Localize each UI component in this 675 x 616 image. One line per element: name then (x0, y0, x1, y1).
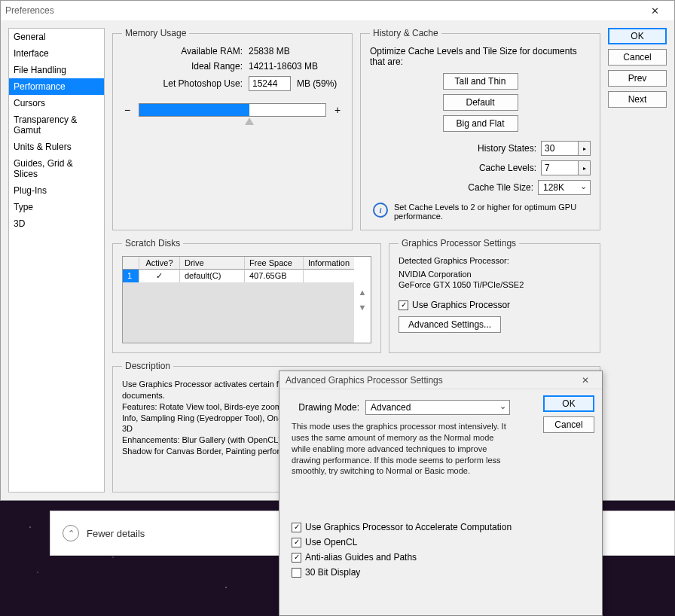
photoshop-use-label: Let Photoshop Use: (122, 78, 243, 89)
big-flat-button[interactable]: Big and Flat (443, 115, 518, 132)
close-icon[interactable]: ✕ (640, 5, 670, 17)
adv-title-bar[interactable]: Advanced Graphics Processor Settings ✕ (279, 371, 602, 389)
adv-close-icon[interactable]: ✕ (575, 375, 596, 386)
next-button[interactable]: Next (608, 91, 667, 108)
opencl-checkbox-row[interactable]: Use OpenCL (292, 537, 590, 547)
slider-increment-icon[interactable]: + (332, 104, 343, 116)
accel-label: Use Graphics Processor to Accelerate Com… (305, 522, 512, 532)
advanced-settings-button[interactable]: Advanced Settings... (399, 316, 501, 333)
row-free: 407.65GB (245, 270, 304, 282)
move-up-icon[interactable]: ▲ (359, 288, 367, 297)
sidebar-item-interface[interactable]: Interface (9, 45, 104, 62)
col-free[interactable]: Free Space (245, 257, 304, 270)
accel-checkbox-row[interactable]: Use Graphics Processor to Accelerate Com… (292, 522, 590, 532)
history-states-label: History States: (461, 143, 536, 154)
sidebar-item-type[interactable]: Type (9, 199, 104, 215)
advanced-gpu-dialog: Advanced Graphics Processor Settings ✕ O… (279, 371, 603, 616)
cache-levels-stepper-icon[interactable]: ▸ (579, 160, 591, 175)
cache-info-text: Set Cache Levels to 2 or higher for opti… (394, 203, 591, 221)
bit30-checkbox[interactable] (292, 568, 301, 578)
detected-gpu-label: Detected Graphics Processor: (399, 256, 591, 265)
aa-checkbox-row[interactable]: Anti-alias Guides and Paths (292, 552, 590, 563)
available-ram-label: Available RAM: (122, 46, 243, 56)
cancel-button[interactable]: Cancel (608, 49, 667, 66)
aa-label: Anti-alias Guides and Paths (305, 552, 417, 563)
col-info[interactable]: Information (304, 257, 354, 270)
dialog-buttons: OK Cancel Prev Next (608, 28, 667, 492)
move-down-icon[interactable]: ▼ (359, 303, 367, 312)
cache-tile-label: Cache Tile Size: (458, 182, 533, 193)
gpu-settings-group: Graphics Processor Settings Detected Gra… (389, 238, 600, 353)
use-gpu-checkbox[interactable] (399, 300, 408, 310)
sidebar-item-guides[interactable]: Guides, Grid & Slices (9, 155, 104, 182)
default-button[interactable]: Default (443, 94, 518, 111)
sidebar-item-units[interactable]: Units & Rulers (9, 139, 104, 155)
sidebar-item-plugins[interactable]: Plug-Ins (9, 182, 104, 199)
window-title: Preferences (5, 5, 640, 16)
chevron-up-icon[interactable]: ⌃ (63, 525, 79, 541)
scratch-table: Active? Drive Free Space Information 1 ✓… (122, 256, 371, 343)
scratch-legend: Scratch Disks (122, 238, 183, 249)
adv-description: This mode uses the graphics processor mo… (292, 421, 510, 477)
cache-levels-label: Cache Levels: (461, 163, 536, 173)
col-active[interactable]: Active? (139, 257, 180, 270)
ideal-range-label: Ideal Range: (122, 61, 243, 72)
info-icon: i (373, 203, 388, 218)
bit30-label: 30 Bit Display (305, 567, 360, 578)
fewer-details-label: Fewer details (87, 528, 145, 539)
photoshop-use-input[interactable] (249, 76, 291, 91)
opencl-checkbox[interactable] (292, 538, 301, 547)
table-empty-area (123, 282, 354, 343)
tall-thin-button[interactable]: Tall and Thin (443, 73, 518, 90)
sidebar-item-file-handling[interactable]: File Handling (9, 62, 104, 78)
table-row[interactable]: 1 ✓ default(C) 407.65GB (123, 270, 354, 282)
cache-tile-value: 128K (543, 182, 564, 193)
memory-slider[interactable] (139, 103, 326, 117)
prev-button[interactable]: Prev (608, 70, 667, 87)
memory-usage-group: Memory Usage Available RAM: 25838 MB Ide… (112, 28, 353, 230)
sidebar-item-3d[interactable]: 3D (9, 215, 104, 232)
slider-decrement-icon[interactable]: − (122, 104, 133, 116)
gpu-vendor: NVIDIA Corporation (399, 270, 591, 279)
use-gpu-label: Use Graphics Processor (412, 300, 510, 310)
col-drive[interactable]: Drive (180, 257, 245, 270)
drawing-mode-label: Drawing Mode: (292, 402, 359, 413)
accel-checkbox[interactable] (292, 523, 301, 532)
slider-fill (139, 104, 249, 116)
cache-levels-input[interactable] (541, 160, 579, 175)
row-index: 1 (123, 270, 139, 282)
history-cache-group: History & Cache Optimize Cache Levels an… (360, 28, 600, 230)
drawing-mode-value: Advanced (371, 402, 411, 413)
history-legend: History & Cache (370, 28, 441, 38)
ideal-range-value: 14211-18603 MB (249, 61, 318, 72)
bit30-checkbox-row[interactable]: 30 Bit Display (292, 567, 590, 578)
photoshop-use-suffix: MB (59%) (297, 78, 337, 89)
history-intro: Optimize Cache Levels and Tile Size for … (370, 46, 591, 67)
row-drive: default(C) (180, 270, 245, 282)
history-states-stepper-icon[interactable]: ▸ (579, 141, 591, 156)
title-bar[interactable]: Preferences ✕ (1, 1, 674, 20)
adv-ok-button[interactable]: OK (543, 395, 594, 412)
aa-checkbox[interactable] (292, 553, 301, 563)
scratch-disks-group: Scratch Disks Active? Drive Free Space I… (112, 238, 381, 353)
sidebar-item-transparency[interactable]: Transparency & Gamut (9, 111, 104, 139)
adv-title-text: Advanced Graphics Processor Settings (286, 375, 575, 386)
sidebar-item-cursors[interactable]: Cursors (9, 95, 104, 111)
history-states-input[interactable] (541, 141, 579, 156)
memory-legend: Memory Usage (122, 28, 189, 38)
adv-cancel-button[interactable]: Cancel (543, 416, 594, 433)
category-sidebar: General Interface File Handling Performa… (8, 28, 105, 492)
gpu-card: GeForce GTX 1050 Ti/PCIe/SSE2 (399, 280, 591, 289)
slider-thumb-icon[interactable] (245, 117, 254, 125)
ok-button[interactable]: OK (608, 28, 667, 44)
opencl-label: Use OpenCL (305, 537, 357, 547)
table-header: Active? Drive Free Space Information (123, 257, 354, 270)
cache-tile-select[interactable]: 128K (538, 180, 591, 195)
row-active-checkbox[interactable]: ✓ (139, 270, 180, 282)
use-gpu-checkbox-row[interactable]: Use Graphics Processor (399, 300, 591, 310)
sidebar-item-performance[interactable]: Performance (9, 78, 104, 95)
gpu-legend: Graphics Processor Settings (399, 238, 519, 249)
sidebar-item-general[interactable]: General (9, 29, 104, 45)
available-ram-value: 25838 MB (249, 46, 290, 56)
drawing-mode-select[interactable]: Advanced (365, 400, 510, 415)
